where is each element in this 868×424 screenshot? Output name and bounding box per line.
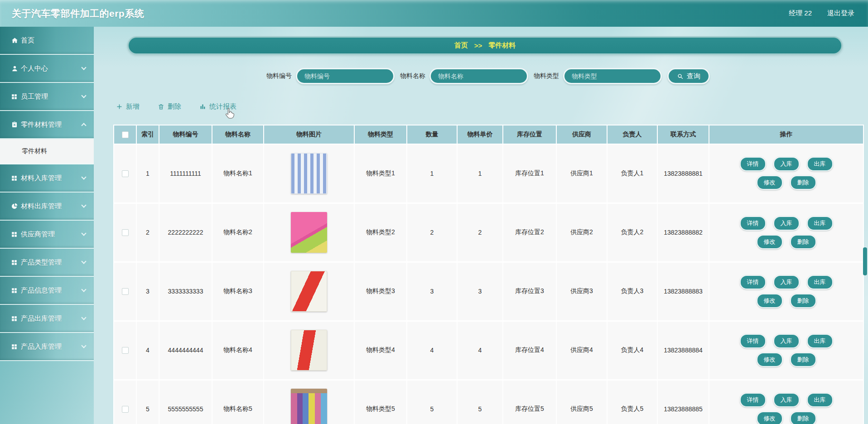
detail-row-button[interactable]: 详情 [740,275,766,289]
grid-icon [11,175,21,182]
row-checkbox[interactable] [122,406,129,413]
delete-row-button[interactable]: 删除 [790,352,816,367]
edit-row-button[interactable]: 修改 [757,411,783,424]
clipboard-icon [11,121,21,128]
cell-index: 2 [136,203,159,262]
sidebar-item-personal-center[interactable]: 个人中心 [0,55,94,83]
edit-row-button[interactable]: 修改 [757,352,783,367]
report-button-label: 统计报表 [209,102,236,111]
detail-row-button[interactable]: 详情 [740,216,766,231]
edit-row-button[interactable]: 修改 [757,235,783,249]
material-code-input[interactable] [296,68,395,84]
sidebar-item-employee-mgmt[interactable]: 员工管理 [0,83,94,111]
delete-row-button[interactable]: 删除 [790,175,816,190]
cell-index: 5 [136,380,159,424]
home-icon [11,37,21,44]
logout-link[interactable]: 退出登录 [827,9,854,18]
material-type-label: 物料类型 [534,72,559,80]
edit-row-button[interactable]: 修改 [757,294,783,308]
sidebar-item-label: 产品信息管理 [21,286,80,295]
table-row: 11111111111物料名称1物料类型111库存位置1供应商1负责人11382… [114,144,863,203]
inbound-row-button[interactable]: 入库 [773,216,800,231]
sidebar-item-material-inbound-mgmt[interactable]: 材料入库管理 [0,164,94,193]
row-checkbox[interactable] [122,347,129,354]
column-header-material-type: 物料类型 [354,125,407,144]
cell-material-name: 物料名称5 [212,380,264,424]
delete-row-button[interactable]: 删除 [790,411,816,424]
select-all-checkbox[interactable] [122,131,129,138]
outbound-row-button[interactable]: 出库 [807,157,833,171]
edit-row-button[interactable]: 修改 [757,175,783,190]
sidebar-subitem-parts-material[interactable]: 零件材料 [0,139,94,164]
inbound-row-button[interactable]: 入库 [773,275,800,289]
row-checkbox[interactable] [122,288,129,295]
breadcrumb-home[interactable]: 首页 [454,41,468,50]
add-button[interactable]: 新增 [116,102,140,111]
scrollbar-thumb[interactable] [863,247,867,275]
column-header-index: 索引 [136,125,159,144]
cell-actions: 详情入库出库修改删除 [709,144,863,203]
user-icon [11,65,21,72]
sidebar-item-product-type-mgmt[interactable]: 产品类型管理 [0,249,94,277]
sidebar-item-material-outbound-mgmt[interactable]: 材料出库管理 [0,193,94,221]
cell-material-type: 物料类型2 [354,203,407,262]
top-header: 关于汽车零部件加工的erp系统 经理 22 退出登录 [0,0,868,27]
cell-actions: 详情入库出库修改删除 [709,380,863,424]
cell-material-image [264,203,354,262]
cell-quantity: 4 [407,321,457,380]
chevron-down-icon [81,287,86,292]
outbound-row-button[interactable]: 出库 [807,393,833,407]
column-header-material-code: 物料编号 [159,125,212,144]
sidebar-item-product-inbound-mgmt[interactable]: 产品入库管理 [0,333,94,361]
sidebar-item-home[interactable]: 首页 [0,27,94,55]
inbound-row-button[interactable]: 入库 [773,393,800,407]
cell-material-name: 物料名称3 [212,262,264,321]
row-select-cell [114,262,136,321]
sidebar-item-label: 员工管理 [21,92,80,101]
cell-material-code: 4444444444 [159,321,212,380]
outbound-row-button[interactable]: 出库 [807,334,833,348]
row-checkbox[interactable] [122,229,129,236]
inbound-row-button[interactable]: 入库 [773,334,800,348]
sidebar-item-product-outbound-mgmt[interactable]: 产品出库管理 [0,305,94,333]
cell-unit-price: 3 [457,262,503,321]
detail-row-button[interactable]: 详情 [740,393,766,407]
current-user-label: 经理 22 [789,9,812,18]
chevron-down-icon [81,202,86,207]
sidebar-subitem-label: 零件材料 [22,147,47,155]
cell-material-name: 物料名称2 [212,203,264,262]
cell-unit-price: 1 [457,144,503,203]
sidebar-item-parts-material-mgmt[interactable]: 零件材料管理 [0,111,94,139]
cell-material-name: 物料名称1 [212,144,264,203]
sidebar-item-label: 产品入库管理 [21,342,80,351]
cell-contact: 13823888882 [657,203,709,262]
column-header-material-name: 物料名称 [212,125,264,144]
delete-button-label: 删除 [168,102,181,111]
toolbar: 新增 删除 统计报表 [116,101,863,111]
detail-row-button[interactable]: 详情 [740,157,766,171]
cell-material-image [264,262,354,321]
query-button[interactable]: 查询 [667,68,710,84]
outbound-row-button[interactable]: 出库 [807,216,833,231]
material-image-colgate-toothpaste-box [291,271,327,312]
query-button-label: 查询 [687,72,700,81]
delete-button[interactable]: 删除 [158,102,181,111]
material-name-input[interactable] [429,68,528,84]
sidebar-item-label: 材料出库管理 [21,202,80,211]
delete-row-button[interactable]: 删除 [790,294,816,308]
sidebar: 首页个人中心员工管理零件材料管理零件材料材料入库管理材料出库管理供应商管理产品类… [0,27,94,424]
chevron-down-icon [81,93,86,98]
layout: 首页个人中心员工管理零件材料管理零件材料材料入库管理材料出库管理供应商管理产品类… [0,27,868,424]
material-type-input[interactable] [563,68,662,84]
search-group-material-code: 物料编号 [266,68,395,84]
inbound-row-button[interactable]: 入库 [773,157,800,171]
erp-app: 关于汽车零部件加工的erp系统 经理 22 退出登录 首页个人中心员工管理零件材… [0,0,868,424]
cell-manager: 负责人2 [607,203,657,262]
detail-row-button[interactable]: 详情 [740,334,766,348]
delete-row-button[interactable]: 删除 [790,235,816,249]
sidebar-item-product-info-mgmt[interactable]: 产品信息管理 [0,277,94,305]
row-checkbox[interactable] [122,170,129,177]
report-button[interactable]: 统计报表 [199,102,236,111]
outbound-row-button[interactable]: 出库 [807,275,833,289]
sidebar-item-supplier-mgmt[interactable]: 供应商管理 [0,221,94,249]
